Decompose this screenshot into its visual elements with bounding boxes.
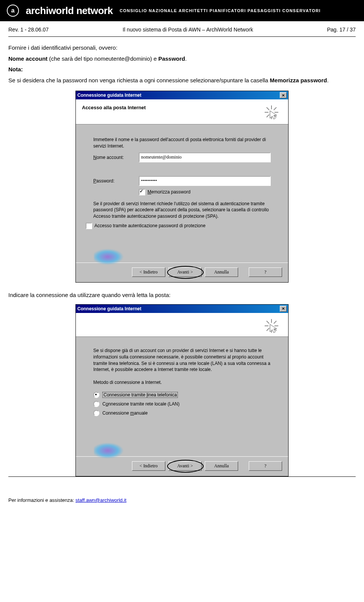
close-button-2[interactable]: ✕: [280, 306, 287, 312]
cursor-star-icon-2: [263, 318, 280, 334]
wizard-footer-1: < Indietro Avanti > Annulla ?: [76, 262, 288, 282]
footer-text: Per informazioni e assistenza:: [8, 497, 75, 503]
step-title-1: Accesso alla posta Internet: [82, 105, 282, 110]
dialog2-desc: Se si dispone già di un account con un p…: [93, 347, 271, 373]
remember-checkbox[interactable]: [139, 189, 145, 195]
back-button-2[interactable]: < Indietro: [132, 461, 165, 471]
spa-checkbox[interactable]: [86, 223, 92, 229]
dialog1-intro: Immettere il nome e la password dell'acc…: [93, 137, 271, 149]
section2-text: Indicare la connessione da utilizzare qu…: [0, 292, 364, 298]
account-row: Nome account:: [93, 152, 271, 162]
option2-label: Connessione tramite rete locale (LAN): [102, 401, 179, 407]
page-footer: Per informazioni e assistenza: staff.awn…: [0, 494, 364, 509]
intro-dot2: .: [327, 77, 328, 83]
radio-phone[interactable]: [93, 392, 99, 398]
method-label: Metodo di connessione a Internet.: [93, 380, 271, 385]
cursor-star-icon: [263, 104, 280, 121]
note-body2: Memorizza password: [270, 77, 327, 83]
revision-text: Rev. 1 - 28.06.07: [8, 27, 49, 33]
account-label: Nome account:: [93, 155, 139, 160]
titlebar-2: Connessione guidata Internet ✕: [76, 305, 288, 313]
password-input[interactable]: [139, 176, 271, 186]
spa-desc: Se il provider di servizi Internet richi…: [93, 201, 271, 220]
top-banner: a archiworld network CONSIGLIO NAZIONALE…: [0, 0, 364, 21]
option3-label: Connessione manuale: [102, 410, 147, 416]
svg-line-6: [274, 107, 276, 110]
dialog2-title: Connessione guidata Internet: [77, 306, 141, 311]
dialog1-title: Connessione guidata Internet: [77, 93, 141, 98]
svg-line-4: [267, 107, 269, 110]
footer-email-link[interactable]: staff.awn@archiworld.it: [75, 497, 126, 503]
intro-line1: Fornire i dati identificativi personali,…: [8, 44, 356, 52]
logo-icon: a: [7, 5, 19, 17]
password-label: Password:: [93, 178, 139, 184]
titlebar-1: Connessione guidata Internet ✕: [76, 91, 288, 99]
radio-manual[interactable]: [93, 410, 99, 416]
wizard-dialog-1: Connessione guidata Internet ✕ Accesso a…: [75, 91, 289, 283]
page-header: Rev. 1 - 28.06.07 Il nuovo sistema di Po…: [8, 21, 356, 37]
note-label: Nota:: [8, 66, 23, 72]
wizard-header-2: [76, 313, 288, 337]
svg-line-7: [267, 115, 269, 117]
help-button[interactable]: ?: [249, 267, 282, 277]
banner-tagline: CONSIGLIO NAZIONALE ARCHITETTI PIANIFICA…: [119, 8, 320, 13]
remember-label: Memorizza password: [147, 189, 190, 195]
remember-row: Memorizza password: [139, 189, 271, 195]
footer-divider: [8, 476, 356, 477]
intro-dot1: .: [185, 55, 187, 62]
intro-password-word: Password: [158, 55, 185, 62]
wizard-header-1: Accesso alla posta Internet: [76, 99, 288, 124]
wizard-footer-2: < Indietro Avanti > Annulla ?: [76, 456, 288, 476]
wizard-body-1: Immettere il nome e la password dell'acc…: [76, 124, 288, 262]
next-button[interactable]: Avanti >: [168, 267, 202, 277]
password-row: Password:: [93, 176, 271, 186]
close-button[interactable]: ✕: [280, 92, 287, 98]
intro-line2b: (che sarà del tipo nomeutente@dominio) e: [47, 55, 158, 62]
help-button-2[interactable]: ?: [249, 461, 282, 471]
next-button-2[interactable]: Avanti >: [168, 461, 202, 471]
option1-label: Connessione tramite linea telefonica: [102, 392, 178, 398]
cancel-button[interactable]: Annulla: [205, 267, 238, 277]
wizard-body-2: Se si dispone già di un account con un p…: [76, 337, 288, 456]
back-button[interactable]: < Indietro: [132, 267, 165, 277]
next-button-2-label: Avanti >: [177, 463, 193, 469]
intro-block: Fornire i dati identificativi personali,…: [0, 37, 364, 85]
svg-line-15: [267, 328, 269, 331]
radio-lan[interactable]: [93, 401, 99, 407]
option1-row: Connessione tramite linea telefonica: [93, 392, 271, 398]
cancel-button-2[interactable]: Annulla: [205, 461, 238, 471]
svg-line-14: [274, 321, 276, 324]
note-body: Se si desidera che la password non venga…: [8, 76, 356, 85]
spa-check-label: Accesso tramite autenticazione password …: [94, 223, 206, 228]
svg-line-12: [267, 321, 269, 324]
wizard-dialog-2: Connessione guidata Internet ✕ Se si dis…: [75, 304, 289, 476]
note-body1: Se si desidera che la password non venga…: [8, 77, 270, 83]
option2-row: Connessione tramite rete locale (LAN): [93, 401, 271, 407]
next-button-label: Avanti >: [177, 269, 193, 275]
account-input[interactable]: [139, 152, 271, 162]
option3-row: Connessione manuale: [93, 410, 271, 416]
doc-title: Il nuovo sistema di Posta di AWN – Archi…: [122, 27, 253, 33]
intro-account: Nome account: [8, 55, 47, 62]
page-number: Pag. 17 / 37: [327, 27, 356, 33]
intro-line2: Nome account (che sarà del tipo nomeuten…: [8, 55, 356, 63]
logo-text: archiworld network: [26, 5, 113, 17]
